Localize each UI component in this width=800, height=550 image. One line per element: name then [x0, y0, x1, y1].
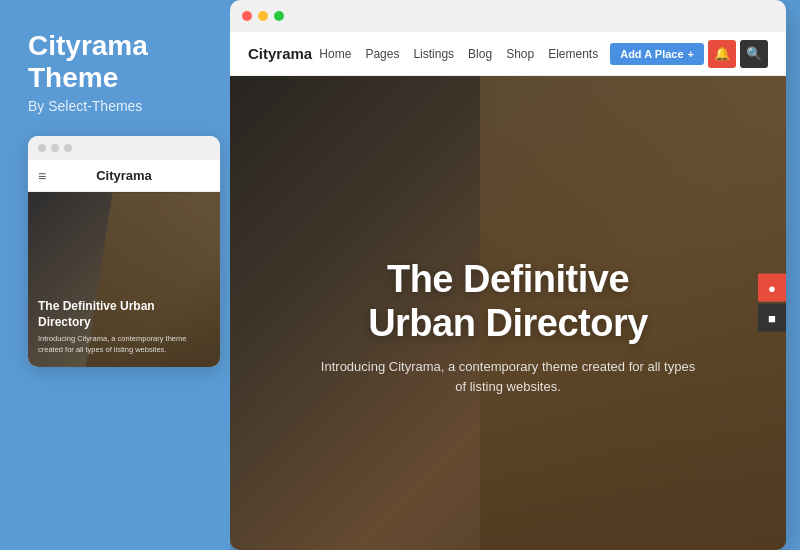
- hero-title-line2: Urban Directory: [368, 301, 648, 343]
- mobile-hero-description: Introducing Cityrama, a contemporary the…: [38, 334, 210, 355]
- title-line2: Theme: [28, 62, 118, 93]
- mobile-dot-1: [38, 144, 46, 152]
- mobile-preview: ≡ Cityrama The Definitive Urban Director…: [28, 136, 220, 367]
- left-panel: Cityrama Theme By Select-Themes ≡ Cityra…: [0, 0, 230, 550]
- theme-subtitle: By Select-Themes: [28, 98, 210, 114]
- mobile-logo: Cityrama: [96, 168, 152, 183]
- nav-link-listings[interactable]: Listings: [413, 47, 454, 61]
- mobile-dot-3: [64, 144, 72, 152]
- desktop-browser-bar: [230, 0, 786, 32]
- bell-icon-button[interactable]: 🔔: [708, 40, 736, 68]
- desktop-browser-mockup: Cityrama Home Pages Listings Blog Shop E…: [230, 0, 786, 550]
- side-icon-red[interactable]: ●: [758, 274, 786, 302]
- nav-link-pages[interactable]: Pages: [365, 47, 399, 61]
- mobile-hero-title: The Definitive Urban Directory: [38, 299, 210, 330]
- desktop-navbar: Cityrama Home Pages Listings Blog Shop E…: [230, 32, 786, 76]
- mobile-hero-content: The Definitive Urban Directory Introduci…: [38, 299, 210, 355]
- desktop-hero-title: The Definitive Urban Directory: [250, 258, 766, 345]
- plus-icon: +: [688, 48, 694, 60]
- desktop-dot-yellow: [258, 11, 268, 21]
- hamburger-icon[interactable]: ≡: [38, 168, 46, 184]
- desktop-content: Cityrama Home Pages Listings Blog Shop E…: [230, 32, 786, 550]
- desktop-hero-description: Introducing Cityrama, a contemporary the…: [318, 357, 698, 396]
- mobile-navbar: ≡ Cityrama: [28, 160, 220, 192]
- side-icon-dark[interactable]: ■: [758, 304, 786, 332]
- desktop-dot-red: [242, 11, 252, 21]
- nav-link-elements[interactable]: Elements: [548, 47, 598, 61]
- desktop-dot-green: [274, 11, 284, 21]
- add-place-label: Add A Place: [620, 48, 683, 60]
- mobile-hero: The Definitive Urban Directory Introduci…: [28, 192, 220, 367]
- mobile-browser-bar: [28, 136, 220, 160]
- nav-link-blog[interactable]: Blog: [468, 47, 492, 61]
- add-place-button[interactable]: Add A Place +: [610, 43, 704, 65]
- nav-link-home[interactable]: Home: [319, 47, 351, 61]
- hero-title-line1: The Definitive: [387, 258, 629, 300]
- theme-title: Cityrama Theme: [28, 30, 210, 94]
- nav-link-shop[interactable]: Shop: [506, 47, 534, 61]
- search-icon-button[interactable]: 🔍: [740, 40, 768, 68]
- desktop-nav-logo: Cityrama: [248, 45, 312, 62]
- desktop-nav-links: Home Pages Listings Blog Shop Elements: [319, 47, 598, 61]
- title-line1: Cityrama: [28, 30, 148, 61]
- side-floating-icons: ● ■: [758, 274, 786, 332]
- desktop-hero-content: The Definitive Urban Directory Introduci…: [230, 258, 786, 396]
- mobile-dot-2: [51, 144, 59, 152]
